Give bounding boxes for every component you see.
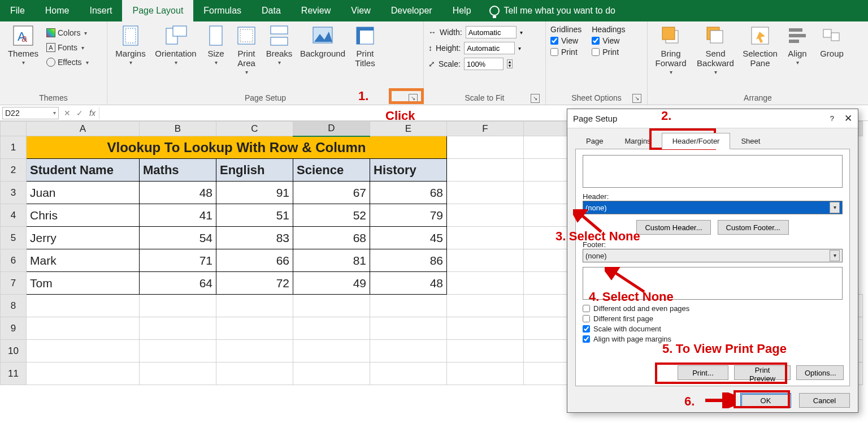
row-header-8[interactable]: 8: [1, 295, 27, 317]
tab-data[interactable]: Data: [251, 0, 291, 21]
send-backward-icon: [704, 24, 727, 48]
row-header-10[interactable]: 10: [1, 340, 27, 362]
col-header-F[interactable]: F: [447, 122, 524, 136]
scale-input[interactable]: [464, 58, 504, 70]
svg-rect-18: [662, 27, 675, 40]
tab-view[interactable]: View: [341, 0, 380, 21]
margins-icon: [119, 24, 142, 48]
breaks-icon: [267, 24, 291, 48]
group-label-sheetopt: Sheet Options↘: [550, 92, 643, 105]
scale-launcher[interactable]: ↘: [531, 94, 540, 103]
custom-header-button[interactable]: Custom Header...: [636, 220, 710, 235]
sheetopt-launcher[interactable]: ↘: [632, 94, 641, 103]
close-icon[interactable]: ✕: [844, 113, 852, 124]
row-header-9[interactable]: 9: [1, 317, 27, 340]
align-margins-check[interactable]: [583, 335, 590, 343]
send-backward-button[interactable]: Send Backward▾: [694, 24, 737, 75]
col-header-E[interactable]: E: [370, 122, 447, 136]
svg-rect-25: [789, 40, 799, 43]
themes-icon: Aa: [11, 24, 35, 48]
diff-first-check[interactable]: [583, 315, 590, 322]
colors-icon: [46, 28, 55, 37]
background-button[interactable]: Background: [297, 24, 348, 58]
group-label-themes: Themes: [5, 92, 102, 105]
fonts-icon: A: [46, 43, 55, 52]
page-setup-launcher[interactable]: ↘: [409, 94, 418, 103]
page-setup-dialog: Page Setup ?✕ Page Margins Header/Footer…: [567, 109, 858, 413]
tab-review[interactable]: Review: [291, 0, 341, 21]
selection-pane-button[interactable]: Selection Pane: [741, 24, 779, 68]
bring-forward-button[interactable]: Bring Forward▾: [652, 24, 689, 75]
row-header-7[interactable]: 7: [1, 272, 27, 295]
cancel-button[interactable]: Cancel: [799, 393, 850, 408]
background-icon: [311, 24, 335, 48]
cancel-formula[interactable]: ✕: [61, 109, 73, 118]
height-input[interactable]: [464, 42, 515, 54]
tab-insert[interactable]: Insert: [79, 0, 122, 21]
gridlines-print-check[interactable]: Print: [550, 48, 581, 57]
margins-button[interactable]: Margins▾: [112, 24, 149, 66]
breaks-button[interactable]: Breaks▾: [263, 24, 295, 66]
custom-footer-button[interactable]: Custom Footer...: [718, 220, 789, 235]
orientation-icon: [164, 24, 188, 48]
tab-developer[interactable]: Developer: [381, 0, 442, 21]
svg-rect-3: [123, 26, 138, 45]
col-header-B[interactable]: B: [140, 122, 216, 136]
options-button[interactable]: Options...: [796, 365, 844, 380]
help-icon[interactable]: ?: [830, 114, 834, 123]
headings-view-check[interactable]: View: [592, 36, 625, 45]
tab-page-layout[interactable]: Page Layout: [122, 0, 193, 21]
row-header-1[interactable]: 1: [1, 136, 27, 159]
colors-button[interactable]: Colors: [46, 26, 89, 40]
selection-pane-icon: [748, 24, 772, 48]
scale-doc-check[interactable]: [583, 325, 590, 333]
tell-me[interactable]: Tell me what you want to do: [481, 6, 615, 16]
tab-formulas[interactable]: Formulas: [193, 0, 251, 21]
col-header-C[interactable]: C: [216, 122, 293, 136]
print-area-icon: [235, 24, 258, 48]
width-input[interactable]: [466, 26, 517, 38]
tab-help[interactable]: Help: [442, 0, 481, 21]
print-button[interactable]: Print...: [678, 365, 728, 380]
tab-file[interactable]: File: [0, 0, 35, 21]
tab-home[interactable]: Home: [35, 0, 80, 21]
footer-preview: [583, 267, 843, 300]
print-titles-button[interactable]: Print Titles: [350, 24, 380, 68]
fonts-button[interactable]: AFonts: [46, 41, 89, 54]
col-header-A[interactable]: A: [27, 122, 140, 136]
print-area-button[interactable]: Print Area▾: [232, 24, 261, 75]
orientation-button[interactable]: Orientation▾: [151, 24, 200, 66]
group-page-setup: Margins▾ Orientation▾ Size▾ Print Area▾ …: [107, 21, 424, 105]
tab-sheet[interactable]: Sheet: [730, 133, 771, 149]
align-button[interactable]: Align▾: [783, 24, 811, 66]
svg-rect-23: [789, 28, 802, 32]
row-header-11[interactable]: 11: [1, 362, 27, 385]
row-header-5[interactable]: 5: [1, 227, 27, 249]
fx-icon[interactable]: fx: [86, 109, 99, 118]
themes-button[interactable]: Aa Themes ▾: [5, 24, 42, 66]
group-button[interactable]: Group: [816, 24, 848, 58]
diff-odd-even-check[interactable]: [583, 305, 590, 312]
row-header-3[interactable]: 3: [1, 182, 27, 204]
row-header-6[interactable]: 6: [1, 249, 27, 272]
print-preview-button[interactable]: Print Preview: [734, 365, 791, 380]
size-button[interactable]: Size▾: [202, 24, 229, 66]
row-header-4[interactable]: 4: [1, 204, 27, 227]
header-preview: [583, 155, 843, 188]
tab-page[interactable]: Page: [575, 133, 614, 149]
header-select[interactable]: (none)▾: [583, 201, 843, 214]
tab-header-footer[interactable]: Header/Footer: [662, 133, 731, 149]
headings-print-check[interactable]: Print: [592, 48, 625, 57]
svg-rect-24: [789, 34, 806, 37]
accept-formula[interactable]: ✓: [73, 109, 86, 118]
name-box[interactable]: D22▾: [2, 107, 59, 119]
tab-margins[interactable]: Margins: [614, 133, 661, 149]
ok-button[interactable]: OK: [740, 393, 791, 408]
footer-select[interactable]: (none)▾: [583, 249, 843, 262]
gridlines-view-check[interactable]: View: [550, 36, 581, 45]
svg-rect-26: [823, 29, 831, 37]
col-header-D[interactable]: D: [293, 122, 370, 136]
effects-button[interactable]: Effects: [46, 55, 89, 69]
dialog-title-bar[interactable]: Page Setup ?✕: [567, 109, 858, 128]
row-header-2[interactable]: 2: [1, 159, 27, 182]
